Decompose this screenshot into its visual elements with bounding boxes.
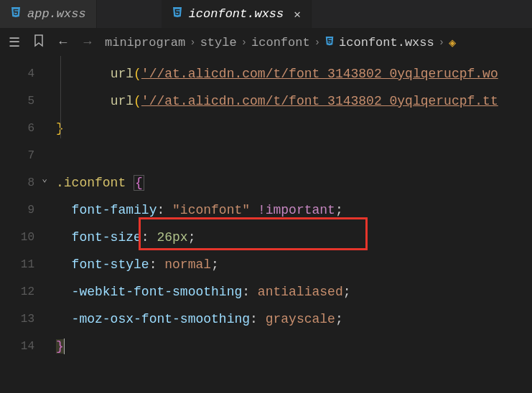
css-file-icon	[325, 36, 335, 49]
line-number: 4	[0, 60, 34, 87]
tab-label: app.wxss	[27, 7, 86, 21]
tab-spacer	[312, 0, 532, 28]
line-number: 14	[0, 333, 34, 360]
breadcrumb-bar: ☰ ← → miniprogram › style › iconfont › i…	[0, 29, 532, 56]
breadcrumb-file-label: iconfont.wxss	[339, 36, 434, 49]
nav-back-icon[interactable]: ←	[56, 35, 70, 49]
tab-app-wxss[interactable]: app.wxss	[0, 0, 97, 28]
line-number: 13	[0, 306, 34, 333]
nav-forward-icon[interactable]: →	[80, 35, 95, 49]
css-file-icon	[172, 6, 183, 22]
line-number: 12	[0, 278, 34, 306]
code-line[interactable]	[56, 142, 532, 169]
close-icon[interactable]: ✕	[294, 7, 301, 22]
chevron-right-icon: ›	[190, 37, 195, 48]
chevron-right-icon: ›	[314, 37, 320, 48]
code-line[interactable]: url('//at.alicdn.com/t/font_3143802_0yql…	[56, 60, 532, 87]
chevron-right-icon: ›	[439, 37, 444, 48]
line-number: 8	[0, 169, 34, 196]
code-editor[interactable]: 4 5 6 7 8 9 10 11 12 13 14 ⌄ url('//at.a…	[0, 56, 532, 393]
fold-icon[interactable]: ⌄	[42, 173, 47, 184]
line-number: 11	[0, 251, 34, 278]
code-line[interactable]: font-style: normal;	[56, 251, 532, 278]
line-number: 5	[0, 87, 34, 115]
line-number: 7	[0, 142, 34, 169]
tab-gap	[97, 0, 162, 28]
breadcrumb: miniprogram › style › iconfont › iconfon…	[105, 35, 456, 50]
css-file-icon	[10, 6, 22, 22]
breadcrumb-seg[interactable]: miniprogram	[105, 36, 185, 49]
chevron-right-icon: ›	[241, 37, 247, 48]
breadcrumb-seg[interactable]: style	[200, 36, 237, 49]
line-number: 9	[0, 196, 34, 224]
line-number: 6	[0, 115, 34, 142]
tab-iconfont-wxss[interactable]: iconfont.wxss ✕	[162, 0, 312, 28]
tab-bar: app.wxss iconfont.wxss ✕	[0, 0, 532, 29]
breadcrumb-file[interactable]: iconfont.wxss	[325, 36, 434, 49]
code-area[interactable]: url('//at.alicdn.com/t/font_3143802_0yql…	[50, 56, 532, 393]
code-line[interactable]: }	[56, 333, 532, 360]
line-number: 10	[0, 224, 34, 251]
code-line[interactable]: -moz-osx-font-smoothing: grayscale;	[56, 306, 532, 333]
tab-label: iconfont.wxss	[189, 7, 284, 21]
bookmark-icon[interactable]	[32, 34, 46, 51]
indent-guide	[60, 56, 61, 138]
gutter: 4 5 6 7 8 9 10 11 12 13 14 ⌄	[0, 56, 50, 393]
text-cursor	[64, 338, 65, 354]
breadcrumb-symbol-icon[interactable]: ◈	[449, 35, 456, 50]
code-line[interactable]: }	[56, 115, 532, 142]
outline-icon[interactable]: ☰	[7, 34, 22, 50]
code-line[interactable]: -webkit-font-smoothing: antialiased;	[56, 278, 532, 306]
code-line[interactable]: font-size: 26px;	[56, 224, 532, 251]
breadcrumb-seg[interactable]: iconfont	[251, 36, 310, 49]
code-line[interactable]: .iconfont {	[56, 169, 532, 196]
code-line[interactable]: font-family: "iconfont" !important;	[56, 196, 532, 224]
code-line[interactable]: url('//at.alicdn.com/t/font_3143802_0yql…	[56, 87, 532, 115]
